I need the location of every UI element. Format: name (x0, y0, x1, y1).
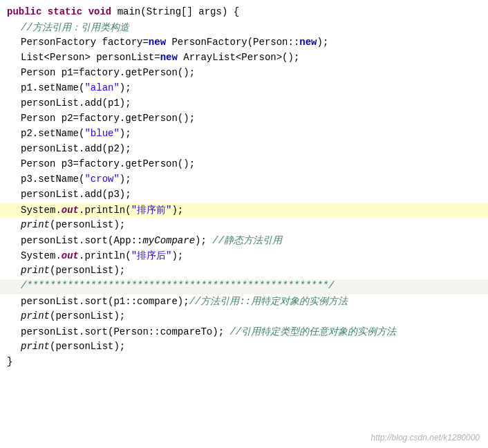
code-token: ); (120, 82, 131, 93)
code-token: //引用特定类型的任意对象的实例方法 (229, 326, 396, 338)
code-line: System.out.println("排序前"); (0, 203, 488, 218)
code-token: .println( (79, 250, 131, 261)
code-line: List<Person> personList=new ArrayList<Pe… (0, 51, 488, 66)
code-token: print (21, 341, 50, 352)
code-line: print(personList); (0, 264, 488, 279)
code-line: personList.sort(App::myCompare); //静态方法引… (0, 234, 488, 249)
code-line: print(personList); (0, 340, 488, 355)
code-token: (personList); (50, 310, 125, 321)
code-token: ); (171, 205, 183, 216)
code-line: Person p1=factory.getPerson(); (0, 66, 488, 82)
code-line: personList.add(p1); (0, 97, 488, 112)
code-line: System.out.println("排序后"); (0, 249, 488, 264)
code-line: personList.sort(Person::compareTo); //引用… (0, 325, 488, 340)
code-token: //方法引用：引用类构造 (21, 21, 129, 34)
code-token: new (160, 52, 178, 63)
code-token: (); (282, 52, 299, 63)
code-line: //方法引用：引用类构造 (0, 21, 488, 36)
code-line: p1.setName("alan"); (0, 82, 488, 97)
code-line: public static void main(String[] args) { (0, 6, 488, 21)
code-line: personList.add(p3); (0, 188, 488, 203)
code-token: myCompare (142, 235, 195, 246)
code-token: //静态方法引用 (212, 234, 282, 247)
code-token: Person p2=factory.getPerson(); (21, 113, 195, 124)
code-line: print(personList); (0, 310, 488, 325)
code-token: ArrayList (178, 52, 236, 63)
code-token: <Person> personList= (44, 52, 160, 63)
code-line: personList.sort(p1::compare);//方法引用::用特定… (0, 295, 488, 310)
code-token: PersonFactory factory= (21, 37, 149, 48)
code-token: (personList); (50, 341, 125, 352)
code-token: .println( (79, 205, 131, 216)
code-token: personList.sort(App:: (21, 235, 142, 246)
code-token: main(String[] args) { (111, 6, 239, 17)
code-line: p3.setName("crow"); (0, 173, 488, 188)
code-token: out (62, 205, 79, 216)
code-token: System. (21, 250, 62, 261)
code-container: public static void main(String[] args) {… (0, 0, 488, 448)
code-token: out (62, 250, 79, 261)
code-token: personList.sort(Person::compareTo); (21, 326, 229, 337)
code-token: print (21, 310, 50, 321)
code-token: Person p3=factory.getPerson(); (21, 158, 195, 169)
code-token: "blue" (84, 128, 119, 139)
code-token: "alan" (84, 82, 119, 93)
code-token: "crow" (84, 174, 119, 185)
code-token: //方法引用::用特定对象的实例方法 (189, 295, 348, 308)
code-token: (personList); (50, 265, 125, 276)
code-line: /***************************************… (0, 279, 488, 295)
code-line: p2.setName("blue"); (0, 127, 488, 142)
code-token: personList.sort(p1::compare); (21, 296, 189, 307)
code-token: p3.setName( (21, 174, 84, 185)
code-token: ); (317, 37, 329, 48)
code-token: print (21, 219, 50, 230)
code-token: ); (120, 128, 131, 139)
watermark: http://blog.csdn.net/k1280000 (371, 433, 480, 442)
code-token: ); (171, 250, 183, 261)
code-line: Person p3=factory.getPerson(); (0, 158, 488, 173)
code-token: personList.add(p1); (21, 97, 131, 109)
code-token: static (48, 6, 82, 17)
code-token: public (7, 6, 41, 17)
code-token: "排序前" (131, 204, 172, 216)
code-token: print (21, 265, 50, 276)
code-token: ); (120, 174, 131, 185)
code-token: } (7, 356, 12, 367)
code-token: new (149, 37, 166, 48)
code-token: :: (288, 37, 300, 48)
code-token: personList.add(p3); (21, 189, 131, 200)
code-token: <Person> (236, 52, 282, 63)
code-token: personList.add(p2); (21, 143, 131, 154)
code-line: print(personList); (0, 218, 488, 234)
code-token: ); (195, 235, 212, 246)
code-token: void (88, 6, 112, 17)
code-token: System. (21, 205, 62, 216)
code-token: (personList); (50, 219, 125, 230)
code-token: p1.setName( (21, 82, 84, 93)
code-token: new (299, 37, 317, 48)
code-token: "排序后" (131, 250, 172, 262)
code-token: /***************************************… (21, 280, 335, 291)
code-line: personList.add(p2); (0, 142, 488, 158)
code-token (82, 6, 88, 17)
code-token: Person p1=factory.getPerson(); (21, 67, 195, 78)
code-token (41, 6, 47, 17)
code-token: List (21, 52, 44, 63)
code-line: Person p2=factory.getPerson(); (0, 112, 488, 127)
code-token: PersonFactory(Person (166, 37, 288, 48)
code-line: PersonFactory factory=new PersonFactory(… (0, 36, 488, 51)
code-token: p2.setName( (21, 128, 84, 139)
code-line: } (0, 355, 488, 371)
